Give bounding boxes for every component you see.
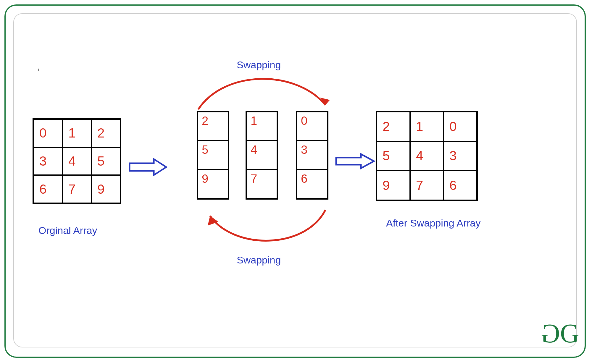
svg-marker-0 — [130, 159, 166, 175]
arrow-right-icon — [127, 157, 169, 177]
cell: 5 — [377, 141, 410, 171]
cell: 6 — [297, 170, 328, 199]
cell: 9 — [198, 170, 228, 199]
diagram-stage: 0 1 2 3 4 5 6 7 9 Orginal Array Swapping… — [0, 0, 592, 364]
cell: 7 — [246, 170, 277, 199]
cell: 4 — [62, 147, 91, 175]
original-array-label: Orginal Array — [38, 225, 97, 236]
cell: 0 — [443, 112, 477, 141]
cell: 6 — [443, 171, 477, 200]
cell: 3 — [297, 141, 328, 170]
cell: 7 — [410, 171, 443, 200]
cell: 9 — [91, 175, 120, 203]
cell: 6 — [33, 175, 62, 203]
after-swapping-label: After Swapping Array — [386, 217, 480, 229]
cell: 4 — [410, 141, 443, 171]
cell: 9 — [377, 171, 410, 200]
arrow-right-icon — [334, 152, 376, 170]
intermediate-column-middle: 1 4 7 — [246, 111, 278, 200]
swapping-top-label: Swapping — [237, 59, 281, 71]
cell: 0 — [33, 119, 62, 147]
cell: 1 — [246, 112, 277, 141]
swap-arrow-bottom — [192, 206, 337, 250]
cell: 0 — [297, 112, 328, 141]
cell: 3 — [33, 147, 62, 175]
geeksforgeeks-logo: GG — [544, 318, 576, 349]
after-swapping-array-grid: 2 1 0 5 4 3 9 7 6 — [376, 111, 478, 201]
decorative-mark — [38, 69, 39, 71]
cell: 7 — [62, 175, 91, 203]
cell: 3 — [443, 141, 477, 171]
cell: 1 — [62, 119, 91, 147]
intermediate-column-left: 2 5 9 — [197, 111, 229, 200]
svg-marker-3 — [336, 154, 374, 168]
intermediate-column-right: 0 3 6 — [296, 111, 328, 200]
cell: 1 — [410, 112, 443, 141]
cell: 4 — [246, 141, 277, 170]
original-array-grid: 0 1 2 3 4 5 6 7 9 — [33, 118, 121, 204]
swapping-bottom-label: Swapping — [237, 254, 281, 266]
swap-arrow-top — [186, 74, 337, 115]
cell: 2 — [198, 112, 228, 141]
cell: 2 — [91, 119, 120, 147]
cell: 5 — [198, 141, 228, 170]
cell: 5 — [91, 147, 120, 175]
cell: 2 — [377, 112, 410, 141]
